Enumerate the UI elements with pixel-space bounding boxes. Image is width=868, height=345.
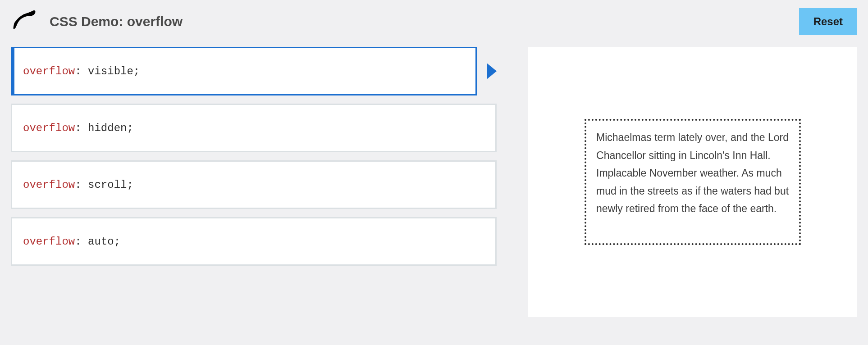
selected-indicator-icon xyxy=(487,63,497,79)
code-separator: : xyxy=(75,236,88,248)
code-value: visible xyxy=(88,65,133,77)
code-semicolon: ; xyxy=(127,122,133,134)
dino-logo-icon xyxy=(11,8,38,35)
code-separator: : xyxy=(75,65,88,77)
code-semicolon: ; xyxy=(114,236,120,248)
demo-container: CSS Demo: overflow Reset overflow: visib… xyxy=(0,0,868,325)
code-semicolon: ; xyxy=(133,65,140,77)
code-property: overflow xyxy=(23,236,75,248)
code-value: scroll xyxy=(88,179,127,191)
choice-overflow-hidden[interactable]: overflow: hidden; xyxy=(11,104,497,152)
choice-overflow-scroll[interactable]: overflow: scroll; xyxy=(11,160,497,209)
code-semicolon: ; xyxy=(127,179,133,191)
header-left: CSS Demo: overflow xyxy=(11,8,183,35)
choice-row: overflow: scroll; xyxy=(11,160,497,209)
main-content: overflow: visible; overflow: hidden; ove… xyxy=(11,47,857,317)
choice-code: overflow: visible; xyxy=(23,65,140,77)
code-property: overflow xyxy=(23,65,75,77)
output-panel: Michaelmas term lately over, and the Lor… xyxy=(528,47,857,317)
code-value: auto xyxy=(88,236,114,248)
demo-box: Michaelmas term lately over, and the Lor… xyxy=(585,119,801,245)
header: CSS Demo: overflow Reset xyxy=(11,8,857,35)
choice-row: overflow: visible; xyxy=(11,47,497,95)
choices-panel: overflow: visible; overflow: hidden; ove… xyxy=(11,47,497,266)
code-property: overflow xyxy=(23,179,75,191)
code-separator: : xyxy=(75,122,88,134)
choice-code: overflow: scroll; xyxy=(23,179,133,191)
choice-row: overflow: auto; xyxy=(11,217,497,266)
code-value: hidden xyxy=(88,122,127,134)
choice-row: overflow: hidden; xyxy=(11,104,497,152)
code-separator: : xyxy=(75,179,88,191)
choice-code: overflow: hidden; xyxy=(23,122,133,134)
choice-code: overflow: auto; xyxy=(23,236,120,248)
reset-button[interactable]: Reset xyxy=(799,8,857,35)
code-property: overflow xyxy=(23,122,75,134)
choice-overflow-visible[interactable]: overflow: visible; xyxy=(11,47,477,95)
page-title: CSS Demo: overflow xyxy=(50,14,183,29)
choice-overflow-auto[interactable]: overflow: auto; xyxy=(11,217,497,266)
